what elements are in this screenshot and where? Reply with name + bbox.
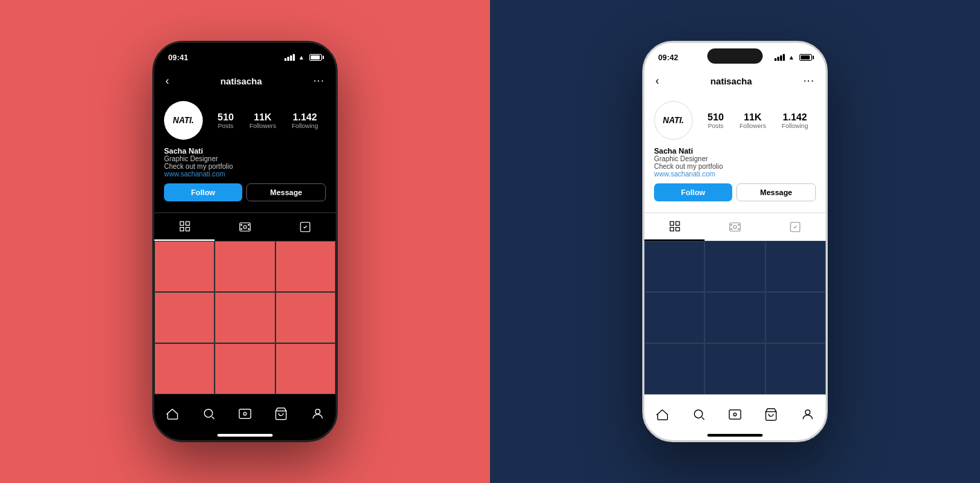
avatar-light: NATI. — [654, 101, 693, 140]
tab-tagged-light[interactable] — [765, 213, 826, 241]
back-button-light[interactable]: ‹ — [655, 75, 659, 87]
grid-cell-5-light[interactable] — [705, 292, 765, 343]
battery-icon-light — [799, 54, 812, 61]
wifi-icon-light: ▲ — [788, 54, 795, 61]
svg-point-13 — [244, 412, 246, 415]
message-button-light[interactable]: Message — [736, 183, 816, 201]
profile-link-dark[interactable]: www.sachanati.com — [164, 170, 326, 178]
grid-cell-3-light[interactable] — [765, 241, 826, 292]
grid-cell-8-light[interactable] — [705, 343, 765, 394]
home-icon-light[interactable] — [655, 408, 669, 421]
tab-reels-dark[interactable] — [215, 213, 275, 241]
dynamic-island-light — [707, 48, 763, 64]
search-icon-dark[interactable] — [202, 407, 216, 421]
profile-header-light: NATI. 510 Posts 11K Followers 1.142 — [654, 101, 816, 140]
stats-row-dark: 510 Posts 11K Followers 1.142 Following — [210, 111, 326, 129]
profile-info-light: Sacha Nati Graphic Designer Check out my… — [654, 147, 816, 178]
svg-rect-3 — [185, 228, 189, 231]
home-icon-dark[interactable] — [165, 407, 179, 421]
stat-following-light[interactable]: 1.142 Following — [782, 111, 808, 129]
phone-content-dark: ‹ natisacha ··· NATI. 510 Posts — [154, 68, 336, 440]
svg-rect-18 — [675, 228, 679, 231]
follow-button-dark[interactable]: Follow — [164, 183, 242, 201]
shop-icon-dark[interactable] — [274, 407, 288, 421]
battery-icon-dark — [309, 54, 322, 61]
back-button-dark[interactable]: ‹ — [165, 75, 169, 87]
profile-section-dark: NATI. 510 Posts 11K Followers 1.142 — [154, 94, 336, 212]
svg-point-20 — [734, 226, 737, 229]
nav-title-dark: natisacha — [221, 76, 262, 86]
svg-rect-16 — [675, 221, 679, 225]
stat-followers-dark[interactable]: 11K Followers — [249, 111, 276, 129]
grid-cell-6-dark[interactable] — [275, 292, 336, 343]
grid-cell-4-light[interactable] — [644, 292, 705, 343]
profile-bio-line2-dark: Check out my portfolio — [164, 163, 326, 170]
grid-cell-2-dark[interactable] — [215, 241, 275, 292]
tab-reels-light[interactable] — [705, 213, 765, 241]
grid-cell-9-dark[interactable] — [275, 343, 336, 394]
signal-icon-dark — [284, 54, 295, 61]
grid-cell-7-dark[interactable] — [154, 343, 215, 394]
profile-bio-line1-dark: Graphic Designer — [164, 155, 326, 163]
shop-icon-light[interactable] — [764, 408, 778, 421]
stat-following-dark[interactable]: 1.142 Following — [292, 111, 318, 129]
svg-point-28 — [734, 412, 736, 415]
grid-cell-1-dark[interactable] — [154, 241, 215, 292]
grid-cell-6-light[interactable] — [765, 292, 826, 343]
home-indicator-light — [644, 430, 826, 440]
grid-cell-3-dark[interactable] — [275, 241, 336, 292]
status-time-light: 09:42 — [658, 53, 678, 62]
profile-bio-line1-light: Graphic Designer — [654, 155, 816, 163]
grid-cell-4-dark[interactable] — [154, 292, 215, 343]
profile-icon-light[interactable] — [801, 408, 815, 421]
grid-cell-2-light[interactable] — [705, 241, 765, 292]
tab-grid-dark[interactable] — [154, 213, 215, 241]
profile-section-light: NATI. 510 Posts 11K Followers 1.142 — [644, 94, 826, 212]
grid-cell-5-dark[interactable] — [215, 292, 275, 343]
grid-cell-7-light[interactable] — [644, 343, 705, 394]
profile-name-light: Sacha Nati — [654, 147, 816, 155]
dynamic-island-dark — [217, 48, 273, 64]
tab-bar-dark — [154, 212, 336, 241]
action-buttons-light: Follow Message — [654, 183, 816, 201]
grid-cell-8-dark[interactable] — [215, 343, 275, 394]
message-button-dark[interactable]: Message — [246, 183, 326, 201]
svg-point-8 — [241, 228, 242, 230]
profile-icon-dark[interactable] — [311, 407, 325, 421]
nav-title-light: natisacha — [711, 76, 752, 86]
svg-point-22 — [738, 224, 739, 226]
more-button-light[interactable]: ··· — [804, 75, 815, 87]
stat-posts-dark: 510 Posts — [217, 111, 233, 129]
svg-rect-12 — [239, 409, 251, 418]
grid-cell-9-light[interactable] — [765, 343, 826, 394]
bottom-nav-light — [644, 394, 826, 430]
signal-icon-light — [774, 54, 785, 61]
nav-bar-light: ‹ natisacha ··· — [644, 68, 826, 94]
profile-header-dark: NATI. 510 Posts 11K Followers 1.142 — [164, 101, 326, 140]
grid-cell-1-light[interactable] — [644, 241, 705, 292]
grid-wrapper-light — [644, 241, 826, 394]
search-icon-light[interactable] — [692, 408, 706, 421]
reels-icon-dark[interactable] — [238, 407, 252, 421]
reels-icon-light[interactable] — [728, 408, 742, 421]
svg-point-9 — [248, 228, 249, 230]
avatar-dark: NATI. — [164, 101, 203, 140]
svg-rect-2 — [180, 228, 183, 231]
svg-point-26 — [694, 410, 702, 418]
tab-grid-light[interactable] — [644, 213, 705, 241]
stat-followers-light[interactable]: 11K Followers — [739, 111, 766, 129]
home-indicator-dark — [154, 430, 336, 440]
stat-posts-light: 510 Posts — [707, 111, 723, 129]
left-panel: 09:41 ▲ ‹ natisacha ··· — [0, 0, 490, 483]
wifi-icon-dark: ▲ — [298, 54, 305, 61]
svg-rect-1 — [185, 221, 189, 225]
follow-button-light[interactable]: Follow — [654, 183, 732, 201]
status-bar-light: 09:42 ▲ — [644, 43, 826, 68]
svg-point-24 — [738, 228, 739, 230]
tab-tagged-dark[interactable] — [275, 213, 336, 241]
more-button-dark[interactable]: ··· — [314, 75, 325, 87]
svg-point-7 — [248, 224, 249, 226]
photo-grid-light — [644, 241, 826, 394]
profile-link-light[interactable]: www.sachanati.com — [654, 170, 816, 178]
phone-dark: 09:41 ▲ ‹ natisacha ··· — [152, 41, 338, 442]
